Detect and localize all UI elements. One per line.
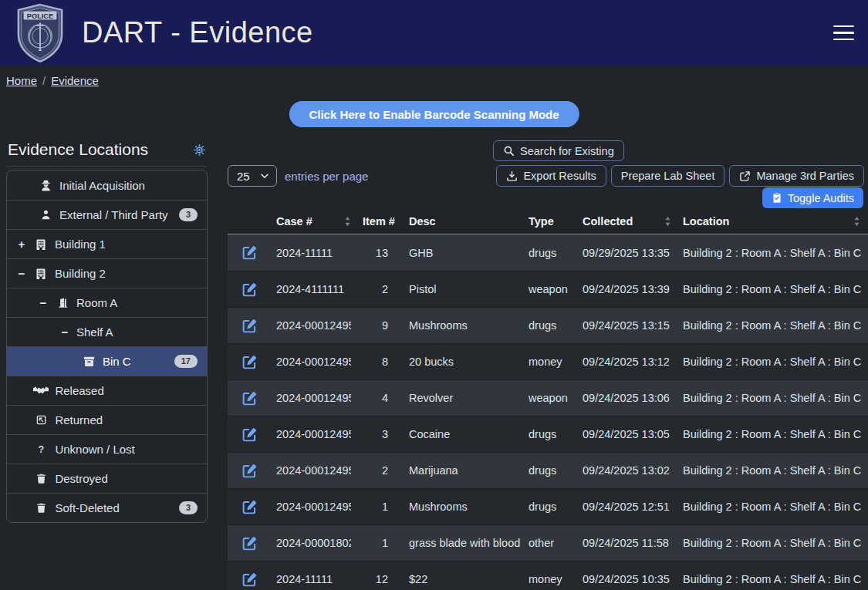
barcode-scanning-mode-button[interactable]: Click Here to Enable Barcode Scanning Mo… xyxy=(289,101,579,127)
toggle-audits-button[interactable]: Toggle Audits xyxy=(762,187,863,208)
sidebar-item-released[interactable]: Released xyxy=(7,376,207,405)
table-row: 2024-00012495 8 20 bucks money 09/24/202… xyxy=(228,343,868,379)
sidebar-item-initial-acquisition[interactable]: Initial Acquisition xyxy=(7,170,207,200)
expand-collapse-icon[interactable]: + xyxy=(16,238,27,251)
cell-location: Building 2 : Room A : Shelf A : Bin C xyxy=(671,308,868,343)
column-header-location[interactable]: Location xyxy=(671,209,868,234)
table-row: 2024-00001802 1 grass blade with blood o… xyxy=(228,524,868,561)
column-header-case[interactable]: Case # xyxy=(265,209,351,234)
cell-item-number: 3 xyxy=(351,416,397,452)
cell-collected: 09/24/2025 13:06 xyxy=(571,380,671,416)
cell-case-number: 2024-00012495 xyxy=(265,453,351,488)
edit-item-button[interactable] xyxy=(228,463,258,479)
cell-description: Mushrooms xyxy=(397,489,517,524)
cell-description: Mushrooms xyxy=(397,308,517,343)
svg-text:POLICE: POLICE xyxy=(27,12,53,19)
cell-type: drugs xyxy=(517,234,571,271)
sidebar-item-returned[interactable]: Returned xyxy=(7,405,207,434)
entries-per-page-select[interactable]: 25 xyxy=(228,165,277,187)
sidebar-item-label: Unknown / Lost xyxy=(55,443,134,456)
cell-location: Building 2 : Room A : Shelf A : Bin C xyxy=(671,234,868,271)
detective-icon xyxy=(38,179,53,192)
edit-icon xyxy=(241,463,258,479)
location-tree: Initial Acquisition External / Third Par… xyxy=(6,170,208,523)
return-icon xyxy=(33,414,49,426)
cell-type: other xyxy=(517,525,571,561)
cell-item-number: 1 xyxy=(351,525,397,561)
sidebar-item-building-2[interactable]: − Building 2 xyxy=(7,258,207,288)
edit-item-button[interactable] xyxy=(228,354,258,370)
cell-item-number: 8 xyxy=(351,344,397,379)
evidence-locations-panel: Evidence Locations Initial Acquisition E… xyxy=(6,140,208,523)
column-header-desc[interactable]: Desc xyxy=(397,209,517,234)
count-badge: 17 xyxy=(174,355,198,368)
sort-arrows-icon[interactable] xyxy=(664,216,671,227)
cell-item-number: 12 xyxy=(351,561,397,590)
cell-description: grass blade with blood xyxy=(397,525,517,561)
sidebar-item-label: Returned xyxy=(55,413,103,426)
edit-item-button[interactable] xyxy=(228,499,258,515)
app-window: POLICE DART - Evidence Home / Evidence C… xyxy=(0,0,868,590)
sidebar-item-bin-c[interactable]: Bin C 17 xyxy=(7,346,207,376)
sidebar-item-label: Room A xyxy=(76,296,117,309)
sidebar-item-room-a[interactable]: − Room A xyxy=(7,288,207,317)
sort-arrows-icon[interactable] xyxy=(853,216,860,227)
download-icon xyxy=(506,170,518,182)
edit-item-button[interactable] xyxy=(228,426,258,443)
hamburger-menu-icon[interactable] xyxy=(833,25,854,41)
expand-collapse-icon[interactable]: − xyxy=(38,296,49,309)
table-row: 2024-11111 13 GHB drugs 09/29/2025 13:35… xyxy=(228,234,868,271)
edit-icon xyxy=(241,390,258,406)
column-header-item[interactable]: Item # xyxy=(351,209,397,234)
search-for-existing-button[interactable]: Search for Existing xyxy=(493,140,624,161)
cell-location: Building 2 : Room A : Shelf A : Bin C xyxy=(671,271,868,307)
building-icon xyxy=(33,268,49,280)
edit-item-button[interactable] xyxy=(228,535,258,551)
table-row: 2024-00012495 9 Mushrooms drugs 09/24/20… xyxy=(228,307,868,343)
edit-item-button[interactable] xyxy=(228,244,258,261)
sidebar-item-unknown-lost[interactable]: ? Unknown / Lost xyxy=(7,434,207,464)
cell-type: drugs xyxy=(517,308,571,343)
sidebar-item-external-third-party[interactable]: External / Third Party 3 xyxy=(7,200,207,229)
table-body: 2024-11111 13 GHB drugs 09/29/2025 13:35… xyxy=(228,234,868,590)
column-header-type[interactable]: Type xyxy=(517,209,571,234)
cell-type: drugs xyxy=(517,416,571,452)
sidebar-item-shelf-a[interactable]: − Shelf A xyxy=(7,317,207,346)
cell-collected: 09/24/2025 10:35 xyxy=(571,561,671,590)
export-results-button[interactable]: Export Results xyxy=(496,165,606,187)
gear-icon[interactable] xyxy=(193,143,206,157)
expand-collapse-icon[interactable]: − xyxy=(16,267,27,280)
sidebar-item-label: Building 2 xyxy=(55,267,106,280)
cell-collected: 09/29/2025 13:35 xyxy=(571,234,671,271)
question-icon: ? xyxy=(33,444,49,455)
cell-location: Building 2 : Room A : Shelf A : Bin C xyxy=(671,416,868,452)
expand-collapse-icon[interactable]: − xyxy=(59,325,70,339)
edit-item-button[interactable] xyxy=(228,571,258,588)
sidebar-item-label: Released xyxy=(55,384,103,397)
edit-item-button[interactable] xyxy=(228,282,258,298)
column-header-collected[interactable]: Collected xyxy=(571,209,671,234)
breadcrumb-evidence-link[interactable]: Evidence xyxy=(51,74,99,87)
cell-case-number: 2024-00012495 xyxy=(265,308,351,343)
table-row: 2024-00012495 1 Mushrooms drugs 09/24/20… xyxy=(228,488,868,524)
edit-item-button[interactable] xyxy=(228,390,258,406)
cell-type: drugs xyxy=(517,489,571,524)
edit-item-button[interactable] xyxy=(228,318,258,334)
chevron-down-icon xyxy=(259,170,270,181)
sidebar-item-destroyed[interactable]: Destroyed xyxy=(7,464,207,493)
manage-3rd-parties-button[interactable]: Manage 3rd Parties xyxy=(729,165,864,187)
breadcrumb-separator: / xyxy=(42,74,46,87)
sidebar-item-building-1[interactable]: + Building 1 xyxy=(7,229,207,258)
breadcrumb-home-link[interactable]: Home xyxy=(6,74,37,87)
edit-icon xyxy=(241,282,258,298)
cell-collected: 09/24/2025 13:15 xyxy=(571,308,671,343)
sidebar-item-label: Soft-Deleted xyxy=(55,501,119,514)
edit-icon xyxy=(241,499,258,515)
external-link-icon xyxy=(739,170,751,182)
sidebar-item-soft-deleted[interactable]: Soft-Deleted 3 xyxy=(7,493,207,522)
entries-per-page: 25 entries per page xyxy=(228,165,368,187)
cell-case-number: 2024-00012495 xyxy=(265,416,351,452)
prepare-lab-sheet-button[interactable]: Prepare Lab Sheet xyxy=(611,165,725,187)
sort-arrows-icon[interactable] xyxy=(344,216,351,227)
bin-icon xyxy=(81,355,96,368)
